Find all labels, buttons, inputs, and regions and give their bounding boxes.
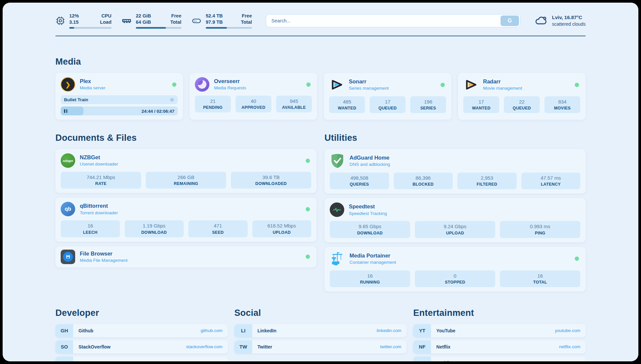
weather-widget: Lviv, 16.87°C scattered clouds	[534, 14, 586, 27]
search-bar: G	[266, 14, 520, 27]
now-playing-title: Bullet Train	[64, 97, 88, 102]
cpu-load-widget: 12% 3.15 CPU Load	[55, 13, 111, 29]
stat-box-wanted: 17 WANTED	[463, 96, 499, 113]
section-title-developer: Developer	[55, 308, 228, 318]
app-title: Overseerr	[214, 78, 246, 85]
section-title-utilities: Utilities	[324, 133, 586, 143]
bookmark-abbr: RE	[413, 356, 431, 361]
app-card-speedtest[interactable]: Speedtest Speedtest Tracking 9.65 Gbps D…	[324, 198, 586, 242]
bookmark-url[interactable]: dev.to	[211, 360, 223, 361]
app-card-qbittorrent[interactable]: qb qBittorrent Torrent downloader 16 LEE…	[55, 197, 317, 241]
bookmark-url[interactable]: github.com	[201, 328, 223, 333]
playback-progress-bar[interactable]: 24:44 / 02:06:47	[61, 106, 178, 115]
sonarr-icon	[329, 77, 344, 92]
bookmark-abbr: SO	[55, 340, 73, 353]
status-dot	[575, 257, 579, 261]
portainer-icon	[330, 251, 345, 266]
app-subtitle: Movie management	[483, 85, 522, 91]
app-card-plex[interactable]: ❯ Plex Media server Bullet Train	[55, 73, 183, 120]
status-dot	[306, 82, 311, 87]
bookmark-youtube[interactable]: YT YouTube youtube.com	[413, 324, 586, 337]
app-subtitle: Torrent downloader	[80, 210, 118, 216]
app-card-nzbget[interactable]: nzbget NZBGet Usenet downloader 744.21 M…	[55, 149, 317, 193]
stat-box-upload: 618.52 Mbps UPLOAD	[252, 220, 312, 237]
app-title: qBittorrent	[80, 202, 118, 209]
memory-total-value: 64 GiB	[136, 19, 151, 25]
app-subtitle: Speedtest Tracking	[349, 211, 387, 217]
stat-box-leech: 16 LEECH	[61, 220, 120, 237]
section-title-documents: Documents & Files	[55, 133, 317, 143]
pause-icon[interactable]	[64, 109, 67, 113]
bookmark-url[interactable]: youtube.com	[555, 328, 580, 333]
nzbget-icon: nzbget	[61, 153, 75, 168]
stat-box-queries: 498,508 QUERIES	[330, 172, 389, 189]
memory-free-value: 22 GiB	[136, 13, 151, 19]
bookmark-linkedin[interactable]: LI LinkedIn linkedin.com	[234, 324, 407, 337]
bookmark-twitter[interactable]: TW Twitter twitter.com	[234, 340, 407, 353]
bookmark-name: StackOverflow	[78, 344, 110, 349]
app-subtitle: Series management	[349, 85, 389, 91]
stat-box-movies: 834 MOVIES	[544, 96, 580, 113]
app-card-filebrowser[interactable]: File Browser Media File Management	[55, 246, 317, 267]
status-dot	[306, 207, 310, 211]
bookmark-group-social: Social LI LinkedIn linkedin.com TW Twitt…	[234, 308, 407, 356]
status-dot	[172, 82, 176, 87]
bookmark-name: Github	[78, 328, 93, 333]
bookmark-github[interactable]: GH Github github.com	[55, 324, 228, 337]
app-title: Media Portainer	[350, 252, 396, 259]
section-title-entertainment: Entertainment	[413, 308, 586, 318]
media-settings-icon[interactable]	[169, 97, 174, 102]
app-card-radarr[interactable]: Radarr Movie management 17 WANTED 22 QUE…	[458, 73, 586, 120]
bookmark-name: Twitter	[258, 344, 272, 349]
app-title: Speedtest	[349, 203, 387, 210]
bookmark-abbr: LI	[234, 324, 252, 337]
disk-total-value: 97.9 TB	[206, 19, 223, 25]
app-card-sonarr[interactable]: Sonarr Series management 485 WANTED 17 Q…	[324, 73, 451, 120]
top-bar: 12% 3.15 CPU Load	[55, 11, 586, 30]
stat-box-total: 16 TOTAL	[500, 270, 580, 287]
app-title: Plex	[80, 78, 106, 85]
stat-box-latency: 47.57 ms LATENCY	[521, 172, 581, 189]
disk-progress-fill	[206, 27, 227, 29]
status-dot	[306, 159, 310, 163]
memory-widget: 22 GiB 64 GiB Free Total	[121, 13, 181, 29]
system-stats: 12% 3.15 CPU Load	[55, 13, 252, 29]
stat-box-stopped: 0 STOPPED	[415, 270, 495, 287]
section-title-social: Social	[234, 308, 407, 318]
app-title: Sonarr	[349, 78, 389, 85]
adguard-icon	[330, 153, 345, 168]
app-title: NZBGet	[80, 154, 118, 161]
section-media: Media ❯ Plex Media server Bullet Train	[55, 57, 586, 120]
section-documents: Documents & Files nzbget NZBGet Usenet d…	[55, 133, 317, 267]
qbittorrent-icon: qb	[61, 202, 75, 216]
app-subtitle: Usenet downloader	[80, 161, 118, 167]
weather-location: Lviv, 16.87°C	[552, 14, 586, 21]
bookmark-name: YouTube	[436, 328, 455, 333]
app-title: File Browser	[80, 250, 128, 257]
search-input[interactable]	[266, 14, 520, 27]
stat-box-blocked: 86,396 BLOCKED	[394, 172, 453, 189]
app-subtitle: Container management	[350, 259, 396, 265]
bookmark-stackoverflow[interactable]: SO StackOverflow stackoverflow.com	[55, 340, 228, 353]
app-subtitle: Media File Management	[80, 258, 128, 263]
bookmark-url[interactable]: linkedin.com	[377, 328, 401, 333]
app-card-overseerr[interactable]: Overseerr Media Requests 21 PENDING 40 A…	[190, 73, 317, 120]
filebrowser-icon	[61, 250, 75, 264]
app-card-portainer[interactable]: Media Portainer Container management 16 …	[324, 247, 586, 291]
bookmark-dev[interactable]: DT DEV dev.to	[55, 356, 228, 361]
bookmark-abbr: DT	[55, 356, 73, 361]
radarr-icon	[463, 77, 478, 92]
bookmark-netflix[interactable]: NF Netflix netflix.com	[413, 340, 586, 353]
bookmark-url[interactable]: twitter.com	[380, 344, 402, 349]
plex-icon: ❯	[61, 77, 75, 92]
bookmark-group-developer: Developer GH Github github.com SO StackO…	[55, 308, 228, 361]
search-provider-button[interactable]: G	[501, 15, 519, 26]
bookmark-url[interactable]: netflix.com	[559, 344, 580, 349]
bookmark-url[interactable]: stackoverflow.com	[186, 344, 222, 349]
cpu-progress-fill	[69, 27, 74, 29]
stat-box-queued: 17 QUEUED	[370, 96, 406, 113]
bookmark-reddit[interactable]: RE Reddit reddit.com	[413, 356, 586, 361]
stat-box-queued: 22 QUEUED	[504, 96, 540, 113]
app-card-adguard[interactable]: AdGuard Home DNS and adblocking 498,508 …	[324, 149, 586, 194]
bookmark-url[interactable]: reddit.com	[560, 360, 580, 361]
